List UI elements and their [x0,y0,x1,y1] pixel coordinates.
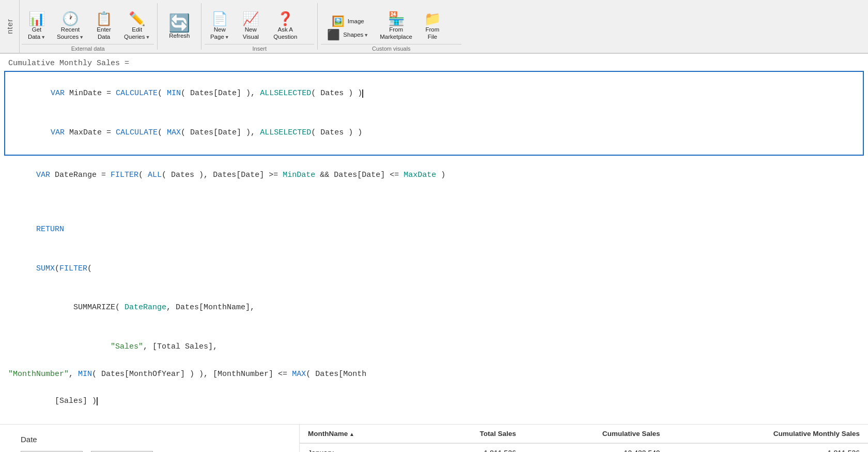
from-file-icon: 📁 [424,12,441,25]
cell-cumulative-monthly-sales-january: 1,811,536 [669,443,868,453]
code-line-var-maxdate: VAR MaxDate = CALCULATE( MAX( Dates[Date… [9,113,859,153]
toolbar-group-external-data: 📊 GetGet DataData▼ 🕐 RecentSources▼ 📋 En… [20,0,156,53]
date-label: Date [21,435,37,444]
recent-sources-dropdown-arrow: ▼ [79,35,84,40]
toolbar-group-insert: 📄 NewPage▼ 📈 NewVisual ❓ Ask AQuestion I… [203,0,316,53]
main-content: Cumulative Monthly Sales = VAR MinDate =… [0,54,868,452]
code-line-monthnumber: "MonthNumber", MIN( Dates[MonthOfYear] )… [0,367,868,382]
code-line-return: RETURN [0,210,868,249]
edit-queries-button[interactable]: ✏️ EditQueries▼ [120,10,154,42]
bottom-section: Date 1/2/2016 6/27/2017 MonthName Total … [0,424,868,453]
new-page-icon: 📄 [211,12,228,25]
code-line-var-mindate: VAR MinDate = CALCULATE( MIN( Dates[Date… [9,74,859,113]
code-line-sumx: SUMX(FILTER( [0,249,868,288]
code-line-sales-close: [Sales] ) [0,382,868,421]
col-cumulative-monthly-sales[interactable]: Cumulative Monthly Sales [669,425,868,443]
cursor-1 [362,89,363,98]
table-header-row: MonthName Total Sales Cumulative Sales C… [300,425,868,443]
data-table: MonthName Total Sales Cumulative Sales C… [300,425,868,453]
image-shapes-stack: 🖼️ Image ⬛ Shapes▼ [321,15,375,42]
from-file-button[interactable]: 📁 FromFile [417,10,447,42]
toolbar-partial-left: nter [0,0,20,53]
col-cumulative-sales[interactable]: Cumulative Sales [524,425,669,443]
toolbar-group-custom-visuals: 🖼️ Image ⬛ Shapes▼ 🏪 FromMarketplace 📁 F… [319,0,463,53]
shapes-icon: ⬛ [327,29,340,40]
code-editor-area[interactable]: VAR MinDate = CALCULATE( MIN( Dates[Date… [0,71,868,424]
shapes-dropdown-arrow: ▼ [364,33,368,38]
recent-sources-icon: 🕐 [62,12,79,25]
code-line-summarize: SUMMARIZE( DateRange, Dates[MonthName], [0,288,868,327]
col-month-name[interactable]: MonthName [300,425,422,443]
code-editor-header: Cumulative Monthly Sales = [0,54,868,71]
toolbar-group-refresh: 🔄 Refresh - [159,0,200,53]
edit-queries-icon: ✏️ [129,12,145,25]
insert-buttons: 📄 NewPage▼ 📈 NewVisual ❓ Ask AQuestion [205,0,314,43]
from-marketplace-icon: 🏪 [388,12,405,25]
refresh-button[interactable]: 🔄 Refresh [161,12,198,42]
col-total-sales[interactable]: Total Sales [422,425,524,443]
cell-month-january: January [300,443,422,453]
from-marketplace-button[interactable]: 🏪 FromMarketplace [376,10,416,42]
enter-data-icon: 📋 [96,12,112,25]
formula-name: Cumulative Monthly Sales = [8,59,129,68]
code-line-var-daterange: VAR DateRange = FILTER( ALL( Dates ), Da… [0,156,868,195]
cursor-2 [97,397,98,406]
code-line-sales: "Sales", [Total Sales], [0,327,868,367]
sep-1 [157,3,158,50]
image-button[interactable]: 🖼️ Image [328,15,368,28]
sep-2 [201,3,202,50]
recent-sources-button[interactable]: 🕐 RecentSources▼ [53,10,88,42]
enter-data-button[interactable]: 📋 EnterData [89,10,119,42]
new-page-dropdown-arrow: ▼ [225,35,229,40]
code-line-blank [0,194,868,209]
sep-3 [317,3,318,50]
new-visual-icon: 📈 [242,12,259,25]
ask-a-question-button[interactable]: ❓ Ask AQuestion [267,10,304,42]
refresh-icon: 🔄 [168,14,190,32]
table-row: January 1,811,536 12,432,549 1,811,536 [300,443,868,453]
get-data-dropdown-arrow: ▼ [41,35,45,40]
get-data-icon: 📊 [28,12,45,25]
image-icon: 🖼️ [332,16,345,26]
date-panel: Date 1/2/2016 6/27/2017 [0,425,300,453]
get-data-button[interactable]: 📊 GetGet DataData▼ [22,10,52,42]
external-data-buttons: 📊 GetGet DataData▼ 🕐 RecentSources▼ 📋 En… [22,0,154,43]
partial-label: nter [5,19,14,34]
code-highlighted-block: VAR MinDate = CALCULATE( MIN( Dates[Date… [4,71,864,156]
insert-label: Insert [205,44,314,53]
new-page-button[interactable]: 📄 NewPage▼ [205,10,235,42]
table-body: January 1,811,536 12,432,549 1,811,536 F… [300,443,868,453]
refresh-buttons: 🔄 Refresh [161,0,198,43]
new-visual-button[interactable]: 📈 NewVisual [236,10,266,42]
cell-total-sales-january: 1,811,536 [422,443,524,453]
shapes-button[interactable]: ⬛ Shapes▼ [323,28,373,42]
custom-visuals-buttons: 🖼️ Image ⬛ Shapes▼ 🏪 FromMarketplace 📁 F… [321,0,461,43]
external-data-label: External data [22,44,154,53]
table-header: MonthName Total Sales Cumulative Sales C… [300,425,868,443]
refresh-label: Refresh [169,33,190,40]
ask-a-question-icon: ❓ [277,12,293,25]
edit-queries-dropdown-arrow: ▼ [145,35,150,40]
cell-cumulative-sales-january: 12,432,549 [524,443,669,453]
toolbar: nter 📊 GetGet DataData▼ 🕐 RecentSources▼… [0,0,868,54]
custom-visuals-label: Custom visuals [321,44,461,53]
data-table-panel: MonthName Total Sales Cumulative Sales C… [300,425,868,453]
